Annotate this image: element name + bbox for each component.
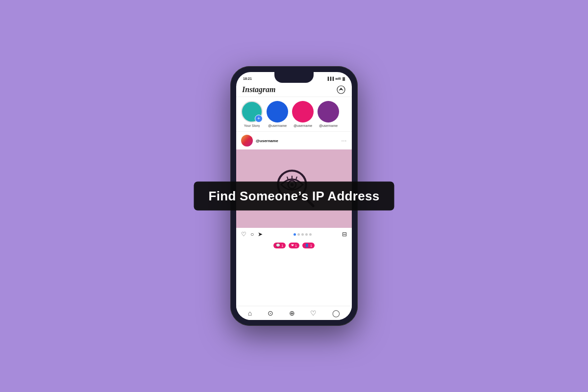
story-user-3[interactable]: @username — [318, 101, 339, 127]
follow-notif-count: 1 — [310, 244, 312, 247]
like-notif-count: 1 — [295, 244, 297, 247]
dot-2 — [297, 233, 300, 236]
bottom-nav: ⌂ ⊙ ⊕ ♡ ◯ — [236, 306, 352, 320]
post-avatar — [241, 135, 253, 147]
signal-icon: ▐▐▐ — [326, 77, 334, 80]
title-text: Find Someone’s IP Address — [209, 189, 380, 203]
story-label-your: Your Story — [244, 124, 260, 127]
story-circle-your — [241, 101, 263, 122]
story-circle-blue — [267, 101, 288, 122]
dot-3 — [301, 233, 304, 236]
post-options-button[interactable]: ··· — [342, 138, 347, 144]
comment-notif-count: 1 — [281, 244, 283, 247]
messenger-icon — [337, 85, 345, 94]
dot-5 — [309, 233, 312, 236]
save-button[interactable]: ⊟ — [342, 231, 347, 238]
instagram-logo: Instagram — [242, 85, 275, 94]
wifi-icon: wifi — [335, 77, 341, 80]
like-notification: ❤ 1 — [289, 243, 299, 248]
status-icons: ▐▐▐ wifi ▓ — [326, 77, 345, 80]
svg-line-7 — [287, 177, 288, 179]
comment-notif-icon: 💬 — [276, 244, 280, 247]
comment-button[interactable]: ○ — [250, 231, 254, 238]
follow-notification: 👤 1 — [302, 243, 315, 248]
story-user-1[interactable]: @username — [267, 101, 288, 127]
like-button[interactable]: ♡ — [241, 231, 246, 238]
story-label-2: @username — [294, 124, 312, 127]
profile-nav-button[interactable]: ◯ — [332, 309, 340, 317]
story-circle-purple — [318, 101, 339, 122]
like-notif-icon: ❤ — [291, 244, 294, 247]
story-circle-pink — [292, 101, 314, 122]
story-label-3: @username — [319, 124, 338, 127]
search-nav-button[interactable]: ⊙ — [268, 309, 273, 317]
comment-notification: 💬 1 — [273, 243, 286, 248]
stories-row: Your Story @username @username @username — [236, 97, 352, 132]
post-header: @username ··· — [236, 132, 352, 149]
follow-notif-icon: 👤 — [305, 244, 309, 247]
heart-nav-button[interactable]: ♡ — [310, 309, 317, 317]
dot-4 — [305, 233, 308, 236]
scene: 18:21 ▐▐▐ wifi ▓ Instagram — [230, 66, 358, 326]
notification-row: 💬 1 ❤ 1 👤 1 — [236, 241, 352, 250]
instagram-header: Instagram — [236, 83, 352, 97]
create-nav-button[interactable]: ⊕ — [289, 309, 295, 317]
battery-icon: ▓ — [343, 77, 345, 80]
story-user-2[interactable]: @username — [292, 101, 314, 127]
home-nav-button[interactable]: ⌂ — [248, 309, 252, 317]
share-button[interactable]: ➤ — [258, 231, 263, 238]
title-overlay: Find Someone’s IP Address — [194, 182, 394, 211]
post-actions: ♡ ○ ➤ ⊟ — [236, 228, 352, 241]
story-label-1: @username — [268, 124, 287, 127]
story-your-story[interactable]: Your Story — [241, 101, 263, 127]
status-time: 18:21 — [243, 77, 252, 80]
phone-notch — [274, 72, 314, 83]
messenger-button[interactable] — [336, 85, 346, 95]
carousel-dots — [294, 232, 312, 237]
post-username: @username — [256, 139, 339, 143]
svg-line-6 — [296, 177, 297, 179]
dot-1 — [294, 233, 296, 236]
